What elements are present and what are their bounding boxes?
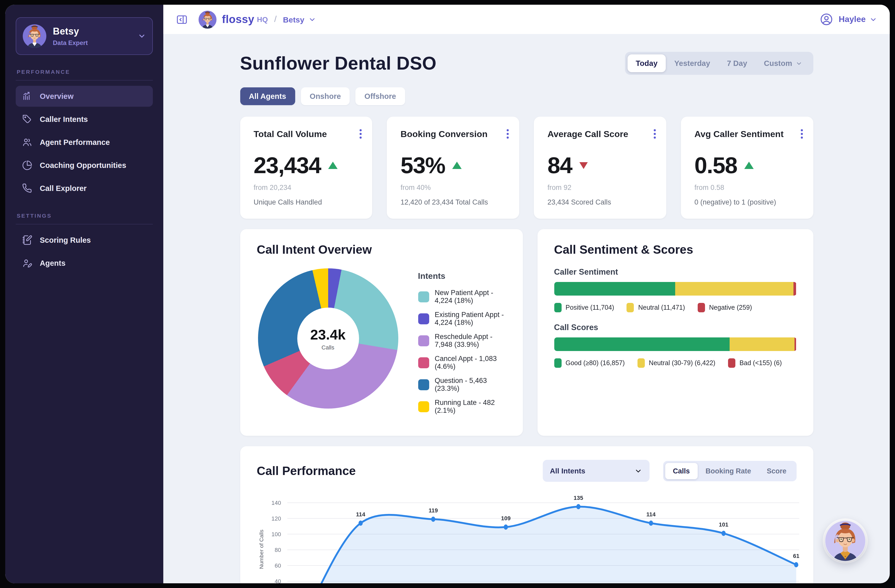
svg-text:Number of Calls: Number of Calls <box>258 530 264 569</box>
svg-text:119: 119 <box>428 507 438 514</box>
bar-legend-item: Neutral (11,471) <box>627 303 685 312</box>
notebook-pen-icon <box>22 235 32 246</box>
sentiment-group-heading: Caller Sentiment <box>554 267 796 277</box>
stacked-bar <box>554 337 796 351</box>
legend-label: Question - 5,463 (23.3%) <box>435 377 506 393</box>
sidebar-section-label: PERFORMANCE <box>17 68 152 75</box>
bar-legend: Good (≥80) (16,857) Neutral (30-79) (6,4… <box>554 358 796 368</box>
legend-label: New Patient Appt - 4,224 (18%) <box>435 289 506 305</box>
sidebar-item-label: Overview <box>40 92 74 100</box>
phone-icon <box>22 183 32 194</box>
sentiment-group-heading: Call Scores <box>554 323 796 332</box>
legend-label: Running Late - 482 (2.1%) <box>435 399 506 414</box>
sidebar-item-label: Call Explorer <box>40 184 86 192</box>
line-chart-svg: Number of Calls 140120100806040 11411910… <box>257 489 799 583</box>
range-today[interactable]: Today <box>627 55 666 72</box>
svg-text:40: 40 <box>275 578 281 583</box>
sidebar-item-call-explorer[interactable]: Call Explorer <box>16 178 153 199</box>
bar-legend-item: Negative (259) <box>698 303 752 312</box>
divider <box>16 80 153 80</box>
legend-item: Cancel Appt - 1,083 (4.6%) <box>418 355 506 370</box>
profile-role: Data Expert <box>53 39 138 46</box>
call-performance-card: Call Performance All Intents Calls Booki… <box>240 446 813 583</box>
sidebar-item-label: Caller Intents <box>40 115 88 123</box>
tab-onshore[interactable]: Onshore <box>301 87 350 105</box>
kebab-menu-icon[interactable] <box>799 127 804 141</box>
user-circle-icon <box>820 12 833 26</box>
legend-color-chip <box>554 303 561 312</box>
kpi-title: Avg Caller Sentiment <box>695 129 800 140</box>
date-range-control: Today Yesterday 7 Day Custom <box>625 52 813 75</box>
chevron-down-icon <box>308 15 316 23</box>
tab-offshore[interactable]: Offshore <box>356 87 405 105</box>
sidebar-nav: PERFORMANCE Overview Caller Intents Agen… <box>16 68 153 274</box>
svg-text:140: 140 <box>271 500 281 506</box>
trend-up-icon <box>452 162 462 169</box>
intent-legend: Intents New Patient Appt - 4,224 (18%) E… <box>418 271 506 421</box>
svg-text:120: 120 <box>271 515 281 522</box>
legend-item: Running Late - 482 (2.1%) <box>418 399 506 414</box>
trend-up-icon <box>328 162 338 169</box>
sidebar-item-caller-intents[interactable]: Caller Intents <box>16 109 153 130</box>
bar-legend: Positive (11,704) Neutral (11,471) Negat… <box>554 303 796 312</box>
chevron-down-icon <box>795 60 802 67</box>
kebab-menu-icon[interactable] <box>505 127 510 141</box>
range-custom[interactable]: Custom <box>755 55 810 72</box>
legend-color-chip <box>418 313 429 324</box>
sidebar-item-coaching-opportunities[interactable]: Coaching Opportunities <box>16 155 153 176</box>
perf-tab-booking-rate[interactable]: Booking Rate <box>698 463 759 479</box>
intents-filter-dropdown[interactable]: All Intents <box>543 460 649 482</box>
kpi-previous-value: from 0.58 <box>695 183 800 191</box>
trend-down-icon <box>579 162 588 169</box>
perf-tab-calls[interactable]: Calls <box>665 463 698 479</box>
sidebar-item-overview[interactable]: Overview <box>16 86 153 107</box>
kpi-value: 0.58 <box>695 152 737 178</box>
bar-legend-item: Good (≥80) (16,857) <box>554 358 625 368</box>
sidebar-item-agent-performance[interactable]: Agent Performance <box>16 132 153 153</box>
range-7-day[interactable]: 7 Day <box>719 55 755 72</box>
sidebar-item-agents[interactable]: Agents <box>16 253 153 274</box>
kpi-previous-value: from 92 <box>548 183 653 191</box>
sidebar-item-label: Scoring Rules <box>40 236 91 244</box>
legend-color-chip <box>698 303 705 312</box>
svg-text:135: 135 <box>573 495 583 501</box>
call-intent-overview-card: Call Intent Overview 23.4k Calls Inten <box>240 229 523 436</box>
bar-segment <box>793 282 796 296</box>
range-yesterday[interactable]: Yesterday <box>666 55 719 72</box>
bar-segment <box>795 337 796 351</box>
calls-line-chart: Number of Calls 140120100806040 11411910… <box>257 489 796 583</box>
svg-text:60: 60 <box>275 562 281 569</box>
trend-up-icon <box>745 162 754 169</box>
kpi-previous-value: from 40% <box>400 183 506 191</box>
divider <box>16 224 153 224</box>
tab-all-agents[interactable]: All Agents <box>240 87 295 105</box>
legend-label: Cancel Appt - 1,083 (4.6%) <box>435 355 506 370</box>
svg-text:114: 114 <box>646 511 655 518</box>
svg-text:100: 100 <box>271 531 281 538</box>
legend-color-chip <box>637 358 645 368</box>
intent-card-title: Call Intent Overview <box>257 243 506 257</box>
user-pen-icon <box>22 258 32 268</box>
sidebar-item-scoring-rules[interactable]: Scoring Rules <box>16 230 153 251</box>
legend-label: Neutral (11,471) <box>638 304 685 311</box>
breadcrumb-current[interactable]: Betsy <box>283 15 316 24</box>
intent-legend-title: Intents <box>418 271 506 281</box>
kpi-value: 84 <box>548 152 572 178</box>
collapse-sidebar-icon[interactable] <box>176 13 188 25</box>
sidebar-item-label: Agents <box>40 259 65 267</box>
legend-label: Reschedule Appt - 7,948 (33.9%) <box>435 333 506 349</box>
assistant-avatar-button[interactable] <box>825 521 866 561</box>
kpi-value: 23,434 <box>253 152 321 178</box>
kebab-menu-icon[interactable] <box>359 127 363 141</box>
page-title: Sunflower Dental DSO <box>240 53 437 74</box>
legend-item: Question - 5,463 (23.3%) <box>418 377 506 393</box>
brand-suffix: HQ <box>257 15 268 24</box>
svg-text:109: 109 <box>501 515 510 521</box>
bar-legend-item: Positive (11,704) <box>554 303 614 312</box>
betsy-avatar-small <box>198 10 217 29</box>
profile-card[interactable]: Betsy Data Expert <box>16 17 153 55</box>
sentiment-card-title: Call Sentiment & Scores <box>554 243 796 257</box>
kebab-menu-icon[interactable] <box>653 127 657 141</box>
user-menu[interactable]: Haylee <box>820 12 877 26</box>
perf-tab-score[interactable]: Score <box>759 463 794 479</box>
